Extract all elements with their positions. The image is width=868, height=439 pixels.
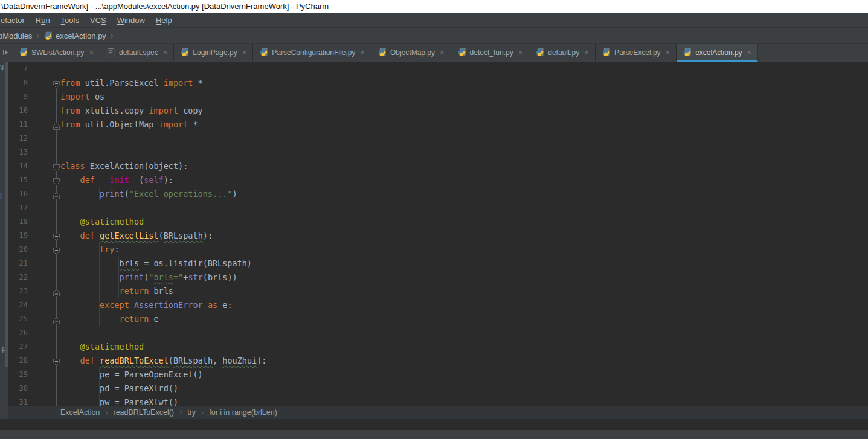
menu-run[interactable]: Run xyxy=(30,13,56,27)
project-panel-sliver[interactable]: \Pyti.py xyxy=(0,62,5,419)
code-line-19[interactable]: 19 def getExcelList(BRLspath): xyxy=(8,229,868,243)
breadcrumb-item[interactable]: pModules xyxy=(0,31,32,40)
tab-detect_fun-py[interactable]: detect_fun.py× xyxy=(451,44,530,62)
fold-collapse-icon[interactable] xyxy=(53,162,60,170)
code-line-15[interactable]: 15 def __init__(self): xyxy=(8,173,868,187)
code-text: try: xyxy=(60,243,120,257)
tab-loginpage-py[interactable]: LoginPage.py× xyxy=(174,44,253,62)
menu-efactor[interactable]: efactor xyxy=(0,13,30,27)
window-title-bar[interactable]: \DataDrivernFrameWork] - ...\appModules\… xyxy=(0,0,868,13)
breadcrumb-item[interactable]: excelAction.py xyxy=(43,31,106,40)
fold-collapse-icon[interactable] xyxy=(53,245,60,254)
tab-close-icon[interactable]: × xyxy=(163,48,168,56)
breadcrumb-item[interactable]: for i in range(brlLen) xyxy=(209,408,277,417)
line-number: 27 xyxy=(8,340,28,354)
tab-close-icon[interactable]: × xyxy=(584,48,589,56)
fold-collapse-icon[interactable] xyxy=(53,356,60,365)
line-number: 24 xyxy=(8,298,28,312)
breadcrumb-item[interactable]: readBRLToExcel() xyxy=(113,408,174,417)
code-text: pd = ParseXlrd() xyxy=(60,382,178,396)
line-number: 29 xyxy=(8,368,28,382)
code-line-21[interactable]: 21 brls = os.listdir(BRLspath) xyxy=(8,257,868,271)
code-line-24[interactable]: 24 except AssertionError as e: xyxy=(8,298,868,312)
fold-end-icon[interactable] xyxy=(53,287,60,295)
code-line-23[interactable]: 23 return brls xyxy=(8,284,868,298)
code-area: 78from util.ParseExcel import *9import o… xyxy=(8,62,868,406)
fold-end-icon[interactable] xyxy=(53,120,60,129)
code-line-16[interactable]: 16 print("Excel operations...") xyxy=(8,187,868,201)
fold-end-icon[interactable] xyxy=(53,190,60,198)
fold-collapse-icon[interactable] xyxy=(53,79,60,87)
scroll-tabs-left-icon[interactable] xyxy=(0,44,13,62)
window-title: \DataDrivernFrameWork] - ...\appModules\… xyxy=(1,2,329,11)
menu-window[interactable]: Window xyxy=(112,13,150,27)
tab-parseconfigurationfile-py[interactable]: ParseConfigurationFile.py× xyxy=(253,44,371,62)
code-line-11[interactable]: 11from util.ObjectMap import * xyxy=(8,118,868,132)
fold-end-icon[interactable] xyxy=(53,315,60,323)
breadcrumb-item[interactable]: ExcelAction xyxy=(60,408,100,417)
code-line-29[interactable]: 29 pe = ParseOpenExcel() xyxy=(8,368,868,382)
code-line-27[interactable]: 27 @staticmethod xyxy=(8,340,868,354)
code-line-12[interactable]: 12 xyxy=(8,132,868,146)
breadcrumb-item[interactable]: try xyxy=(187,408,196,417)
chevron-right-icon: › xyxy=(174,408,187,417)
tab-swlistaction-py[interactable]: SWListAction.py× xyxy=(13,44,100,62)
tab-close-icon[interactable]: × xyxy=(89,48,94,56)
line-number: 11 xyxy=(8,118,28,132)
code-line-30[interactable]: 30 pd = ParseXlrd() xyxy=(8,382,868,396)
code-line-20[interactable]: 20 try: xyxy=(8,243,868,257)
code-line-10[interactable]: 10from xlutils.copy import copy xyxy=(8,104,868,118)
tab-close-icon[interactable]: × xyxy=(360,48,365,56)
chevron-right-icon: › xyxy=(32,31,43,40)
tab-close-icon[interactable]: × xyxy=(747,48,752,56)
code-line-26[interactable]: 26 xyxy=(8,326,868,340)
code-line-31[interactable]: 31 pw = ParseXlwt() xyxy=(8,396,868,406)
gutter-fold-cell xyxy=(28,396,60,406)
python-file-icon xyxy=(19,48,28,57)
line-number: 14 xyxy=(8,159,28,173)
tab-objectmap-py[interactable]: ObjectMap.py× xyxy=(371,44,451,62)
code-line-25[interactable]: 25 return e xyxy=(8,312,868,326)
tab-label: detect_fun.py xyxy=(470,48,513,57)
code-line-8[interactable]: 8from util.ParseExcel import * xyxy=(8,76,868,90)
tab-parseexcel-py[interactable]: ParseExcel.py× xyxy=(596,44,677,62)
code-line-7[interactable]: 7 xyxy=(8,62,868,76)
gutter-fold-cell xyxy=(28,132,60,146)
code-line-22[interactable]: 22 print("brls="+str(brls)) xyxy=(8,271,868,284)
code-text: def readBRLToExcel(BRLspath, houZhui): xyxy=(60,354,266,368)
fold-collapse-icon[interactable] xyxy=(53,176,60,184)
tab-close-icon[interactable]: × xyxy=(666,48,670,56)
tab-close-icon[interactable]: × xyxy=(242,48,247,56)
line-number: 19 xyxy=(8,229,28,243)
menu-tools[interactable]: Tools xyxy=(56,13,85,27)
menu-help[interactable]: Help xyxy=(150,13,178,27)
tab-close-icon[interactable]: × xyxy=(440,48,445,56)
gutter-fold-cell xyxy=(28,354,60,368)
gutter-fold-cell xyxy=(28,215,60,229)
menu-vcs[interactable]: VCS xyxy=(85,13,112,27)
code-text: print("Excel operations...") xyxy=(60,187,237,201)
code-line-28[interactable]: 28 def readBRLToExcel(BRLspath, houZhui)… xyxy=(8,354,868,368)
tab-label: ParseConfigurationFile.py xyxy=(272,48,355,57)
status-bar xyxy=(0,429,868,439)
line-number: 20 xyxy=(8,243,28,257)
line-number: 15 xyxy=(8,173,28,187)
python-file-icon xyxy=(378,48,387,57)
tab-default-spec[interactable]: default.spec× xyxy=(100,44,174,62)
fold-collapse-icon[interactable] xyxy=(53,231,60,240)
breadcrumb-label: pModules xyxy=(0,31,32,40)
code-text: def getExcelList(BRLspath): xyxy=(60,229,213,243)
tab-label: ObjectMap.py xyxy=(390,48,435,57)
code-line-17[interactable]: 17 xyxy=(8,201,868,215)
tab-default-py[interactable]: default.py× xyxy=(529,44,596,62)
tab-excelaction-py[interactable]: excelAction.py× xyxy=(677,44,758,62)
code-text: @staticmethod xyxy=(60,340,144,354)
gutter-fold-cell xyxy=(28,104,60,118)
tab-close-icon[interactable]: × xyxy=(518,48,523,56)
breadcrumb-bottom: ExcelAction›readBRLToExcel()›try›for i i… xyxy=(8,406,868,419)
code-editor[interactable]: 78from util.ParseExcel import *9import o… xyxy=(8,62,868,406)
code-line-9[interactable]: 9import os xyxy=(8,90,868,104)
code-line-13[interactable]: 13 xyxy=(8,146,868,159)
code-line-18[interactable]: 18 @staticmethod xyxy=(8,215,868,229)
code-line-14[interactable]: 14class ExcelAction(object): xyxy=(8,159,868,173)
